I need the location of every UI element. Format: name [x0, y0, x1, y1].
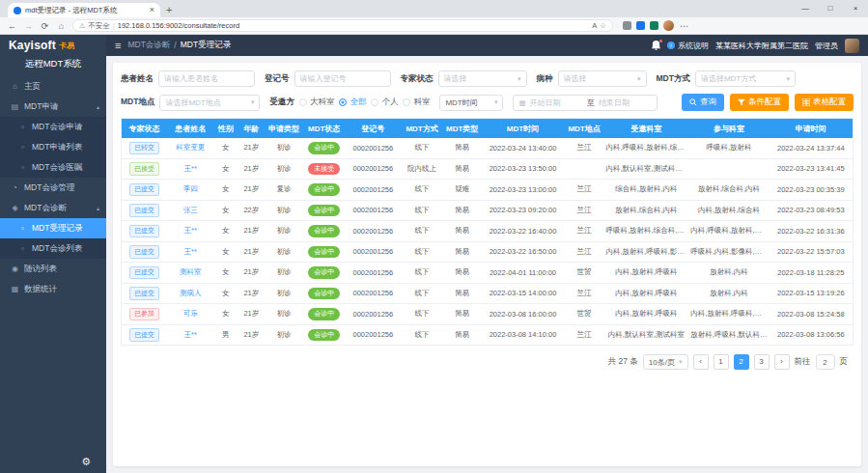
browser-tab[interactable]: mdt受理记录 - 远程MDT系统 × — [8, 3, 160, 17]
expert-status-select[interactable]: 请选择 ▾ — [438, 70, 527, 87]
url-separator: | — [113, 21, 115, 30]
window-minimize-button[interactable]: — — [793, 0, 818, 17]
patient-name-link[interactable]: 测病人 — [180, 289, 202, 297]
extension-icon[interactable] — [623, 21, 631, 30]
page-button-2[interactable]: 2 — [734, 354, 749, 370]
mdt-type-cell: 简易 — [443, 283, 481, 304]
goto-label: 前往 — [795, 356, 811, 368]
tab-close-icon[interactable]: × — [150, 6, 154, 14]
new-tab-button[interactable]: + — [166, 4, 172, 15]
table-header-row: 专家状态 患者姓名 性别 年龄 申请类型 MDT状态 登记号 MDT方式 MDT… — [122, 119, 853, 138]
table-row[interactable]: 已转交 科室变更 女 21岁 初诊 会诊中 0002001256 线下 简易 2… — [122, 138, 853, 158]
window-close-button[interactable]: × — [843, 0, 868, 17]
table-row[interactable]: 已提交 王** 女 21岁 初诊 会诊中 0002001256 线下 简易 20… — [122, 221, 853, 242]
next-page-button[interactable]: › — [774, 354, 790, 370]
sidebar-item-label: 随访列表 — [24, 264, 57, 275]
col-mdt-time: MDT时间 — [481, 119, 564, 138]
window-controls: — □ × — [793, 0, 868, 17]
mdt-type-cell: 简易 — [443, 324, 481, 346]
mdt-time-type-select[interactable]: MDT时间 ▾ — [439, 95, 503, 111]
patient-name-link[interactable]: 李四 — [183, 184, 198, 193]
mdt-time-cell: 2022-03-22 16:50:00 — [481, 241, 564, 263]
system-help-link[interactable]: i 系统说明 — [667, 41, 709, 51]
sidebar-item-mdt-orders[interactable]: ▫ MDT会诊医嘱 — [0, 157, 106, 178]
table-row[interactable]: 已提交 王** 男 21岁 初诊 会诊中 0002001256 线下 简易 20… — [122, 324, 853, 346]
search-button[interactable]: 查询 — [682, 94, 724, 111]
sidebar-item-statistics[interactable]: ▦ 数据统计 — [0, 279, 106, 299]
table-row[interactable]: 已参加 可乐 女 21岁 初诊 会诊中 0002001256 线下 简易 202… — [122, 304, 853, 325]
favorite-star-icon[interactable]: ☆ — [600, 21, 606, 30]
table-row[interactable]: 已提交 李四 女 21岁 复诊 会诊中 0002001256 线下 疑难 202… — [122, 180, 853, 201]
col-expert-status: 专家状态 — [122, 119, 167, 138]
mdt-type-cell: 简易 — [443, 263, 481, 284]
sidebar-item-home[interactable]: ⌂ 主页 — [0, 76, 106, 97]
sidebar-item-mdt-manage[interactable]: ◔ MDT会诊管理 — [0, 178, 106, 198]
window-maximize-button[interactable]: □ — [818, 0, 843, 17]
refresh-icon[interactable]: ⟳ — [40, 21, 50, 31]
apply-time-cell: 2022-03-23 00:35:39 — [770, 180, 853, 201]
mdt-location-cell: 兰江 — [565, 324, 604, 346]
radio-big-department[interactable]: 大科室 — [299, 97, 335, 108]
page-size-select[interactable]: 10条/页 ▾ — [643, 354, 688, 370]
sidebar-item-mdt-consult-apply[interactable]: ▫ MDT会诊申请 — [0, 117, 106, 137]
expert-status-badge: 已提交 — [129, 183, 159, 197]
notification-bell-icon[interactable] — [652, 41, 660, 50]
expert-status-badge: 已提交 — [129, 287, 159, 300]
table-row[interactable]: 已提交 王** 女 21岁 初诊 会诊中 0002001256 线下 简易 20… — [122, 241, 853, 263]
mdt-location-label: MDT地点 — [121, 97, 154, 108]
radio-all[interactable]: 全部 — [339, 97, 366, 108]
radio-personal[interactable]: 个人 — [371, 97, 398, 108]
filter-mdt-location: MDT地点 请选择MDT地点 ▾ — [121, 95, 260, 111]
table-row[interactable]: 已提交 测病人 女 21岁 初诊 会诊中 0002001256 线下 简易 20… — [122, 283, 853, 304]
table-row[interactable]: 已提交 测科室 女 21岁 初诊 会诊中 0002001256 线下 简易 20… — [122, 263, 853, 284]
url-input[interactable]: ⚠ 不安全 | 192.168.0.156:9002/consultate/re… — [72, 19, 613, 32]
breadcrumb-separator: / — [174, 41, 176, 50]
patient-name-link[interactable]: 张三 — [183, 206, 198, 214]
sidebar-item-followup-list[interactable]: ◉ 随访列表 — [0, 259, 106, 279]
list-icon: ▫ — [18, 163, 27, 172]
mdt-method-select[interactable]: 请选择MDT方式 ▾ — [695, 70, 796, 87]
condition-config-button[interactable]: 条件配置 — [730, 94, 789, 111]
table-row[interactable]: 已接受 王** 女 21岁 初诊 未接受 0002001256 院内线上 简易 … — [122, 158, 853, 180]
sidebar-item-mdt-apply-list[interactable]: ▫ MDT申请列表 — [0, 137, 106, 157]
sidebar-item-mdt-diagnosis[interactable]: ◈ MDT会诊断 ▴ — [0, 198, 106, 218]
radio-department[interactable]: 科室 — [403, 97, 430, 108]
page-button-3[interactable]: 3 — [754, 354, 770, 370]
apply-time-cell: 2022-03-23 08:49:53 — [770, 200, 853, 221]
hamburger-menu-icon[interactable]: ≡ — [115, 40, 121, 51]
forward-icon[interactable]: → — [23, 21, 34, 31]
page-button-1[interactable]: 1 — [714, 354, 729, 370]
goto-page-input[interactable] — [816, 354, 835, 370]
patient-name-link[interactable]: 王** — [183, 226, 196, 235]
breadcrumb-parent[interactable]: MDT会诊断 — [127, 40, 170, 51]
table-row[interactable]: 已提交 张三 女 22岁 初诊 会诊中 0002001256 线下 简易 202… — [122, 200, 853, 221]
total-count: 共 27 条 — [608, 356, 638, 368]
browser-menu-icon[interactable]: ⋯ — [679, 21, 689, 31]
sidebar-item-mdt-accept-records[interactable]: ▫ MDT受理记录 — [0, 218, 106, 238]
home-icon[interactable]: ⌂ — [56, 21, 67, 31]
back-icon[interactable]: ← — [7, 21, 17, 31]
browser-profile-avatar[interactable] — [663, 20, 674, 31]
prev-page-button[interactable]: ‹ — [693, 354, 709, 370]
settings-gear-icon[interactable]: ⚙ — [81, 456, 91, 468]
patient-name-link[interactable]: 测科室 — [180, 267, 202, 276]
patient-name-link[interactable]: 科室变更 — [176, 143, 205, 152]
filter-reg-no: 登记号 — [265, 70, 391, 87]
mdt-date-range-picker[interactable]: ▦ 开始日期 至 结束日期 — [513, 95, 658, 111]
reg-no-input[interactable] — [294, 70, 391, 87]
patient-name-input[interactable] — [158, 70, 255, 87]
patient-name-link[interactable]: 王** — [183, 330, 196, 339]
sidebar: Kayisoft 卡易 远程MDT系统 ⌂ 主页 ▤ MDT申请 ▴ ▫ MDT… — [0, 35, 106, 473]
read-aloud-icon[interactable]: A — [592, 21, 597, 30]
patient-name-link[interactable]: 王** — [183, 247, 196, 256]
mdt-location-select[interactable]: 请选择MDT地点 ▾ — [159, 95, 260, 111]
patient-name-link[interactable]: 王** — [183, 164, 196, 173]
table-config-button[interactable]: 表格配置 — [795, 94, 854, 111]
disease-select[interactable]: 请选择 ▾ — [558, 70, 647, 87]
sidebar-item-mdt-consult-list[interactable]: ▫ MDT会诊列表 — [0, 238, 106, 259]
user-avatar[interactable] — [845, 39, 859, 53]
sidebar-item-mdt-apply[interactable]: ▤ MDT申请 ▴ — [0, 97, 106, 117]
patient-name-link[interactable]: 可乐 — [183, 309, 198, 318]
extension-icon[interactable] — [650, 21, 658, 30]
extension-icon[interactable] — [636, 21, 645, 30]
